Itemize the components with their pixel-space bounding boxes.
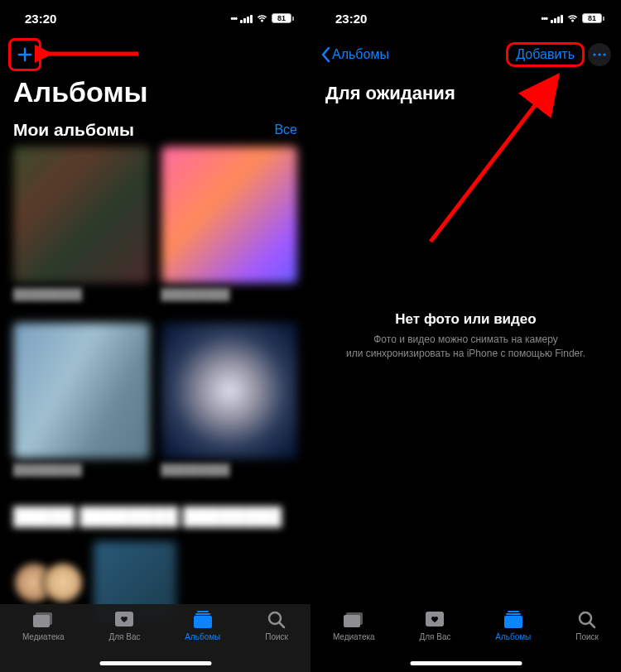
tab-search[interactable]: Поиск (575, 609, 599, 672)
search-icon (575, 609, 599, 631)
svg-point-10 (598, 53, 600, 55)
album-title: Для ожидания (310, 73, 621, 114)
page-title: Альбомы (0, 73, 310, 117)
library-icon (31, 609, 55, 631)
nav-header (0, 36, 310, 73)
svg-rect-17 (504, 616, 522, 628)
albums-icon (502, 609, 525, 631)
section-title: Мои альбомы (13, 120, 134, 140)
shared-section-title: █████ ████████ ████████ (0, 487, 310, 530)
empty-title: Нет фото или видео (326, 311, 606, 328)
search-icon (265, 609, 288, 631)
status-time: 23:20 (335, 12, 367, 26)
svg-line-7 (279, 622, 284, 627)
add-album-button[interactable] (10, 40, 40, 70)
tab-bar: Медиатека Для Вас Альбомы Поиск (0, 604, 310, 672)
status-bar: 23:20 ••• 81 (310, 0, 621, 36)
library-icon (342, 609, 365, 631)
nav-header: Альбомы Добавить (310, 36, 621, 73)
signal-icon (551, 13, 563, 23)
annotation-highlight (506, 42, 585, 67)
album-item[interactable]: █████████ (13, 323, 150, 487)
empty-subtitle-line1: Фото и видео можно снимать на камеру (326, 333, 606, 347)
ellipsis-icon (593, 53, 606, 56)
battery-icon: 81 (272, 13, 294, 23)
status-icons: ••• 81 (541, 13, 604, 23)
home-indicator[interactable] (410, 661, 522, 665)
status-icons: ••• 81 (230, 13, 294, 23)
back-button[interactable]: Альбомы (320, 46, 389, 63)
svg-rect-16 (506, 613, 521, 615)
avatar (42, 562, 84, 603)
svg-rect-13 (346, 612, 363, 625)
albums-icon (191, 609, 214, 631)
empty-subtitle-line2: или синхронизировать на iPhone с помощью… (326, 347, 606, 361)
tab-bar: Медиатека Для Вас Альбомы Поиск (310, 604, 621, 672)
heart-card-icon (423, 609, 446, 631)
more-button[interactable] (588, 43, 611, 66)
heart-card-icon (113, 609, 136, 631)
svg-line-19 (590, 622, 595, 627)
right-screen: 23:20 ••• 81 Альбомы Добавить Для ожида (310, 0, 621, 672)
album-item[interactable]: █████████ (13, 146, 150, 311)
signal-icon (240, 13, 253, 23)
left-screen: 23:20 ••• 81 Альбомы Мои альбомы Все ███… (0, 0, 310, 672)
album-item[interactable]: █████████ (161, 323, 298, 487)
home-indicator[interactable] (99, 661, 211, 665)
svg-rect-3 (197, 611, 209, 612)
svg-point-9 (593, 53, 595, 55)
annotation-highlight (8, 38, 41, 71)
see-all-link[interactable]: Все (274, 122, 297, 137)
status-time: 23:20 (25, 12, 56, 26)
chevron-left-icon (320, 46, 330, 63)
tab-library[interactable]: Медиатека (333, 609, 375, 672)
status-bar: 23:20 ••• 81 (0, 0, 310, 36)
wifi-icon (256, 13, 268, 23)
album-grid: █████████ █████████ █████████ █████████ (0, 146, 310, 487)
tab-search[interactable]: Поиск (265, 609, 288, 672)
tab-library[interactable]: Медиатека (22, 609, 65, 672)
section-header: Мои альбомы Все (0, 117, 310, 146)
svg-rect-4 (195, 613, 210, 615)
svg-rect-15 (508, 611, 519, 612)
album-item[interactable]: █████████ (161, 146, 298, 311)
wifi-icon (566, 13, 579, 23)
empty-state: Нет фото или видео Фото и видео можно сн… (326, 311, 606, 361)
svg-rect-1 (36, 612, 52, 625)
battery-icon: 81 (582, 13, 604, 23)
svg-point-11 (603, 53, 605, 55)
svg-rect-5 (194, 616, 212, 628)
